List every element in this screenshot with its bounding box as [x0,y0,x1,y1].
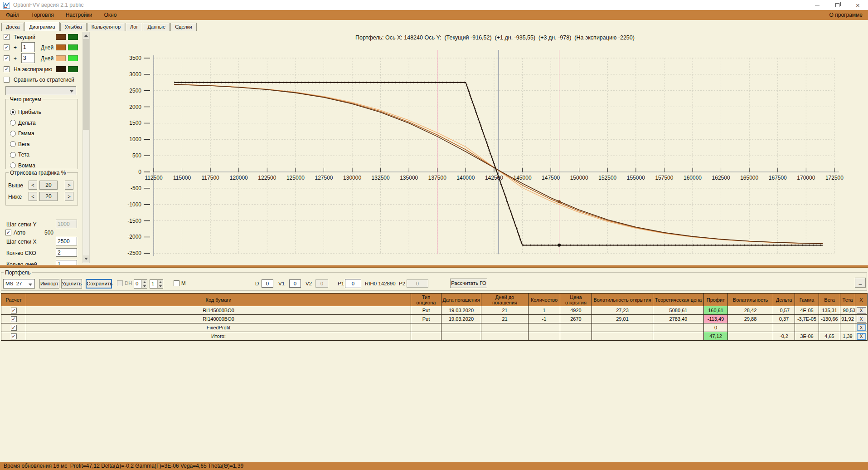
expiration-alt-swatch[interactable] [68,66,78,72]
tab-Сделки[interactable]: Сделки [170,23,197,31]
chevron-down-icon [70,90,73,93]
above-increment-button[interactable]: > [65,181,73,190]
plus3-checkbox[interactable] [4,55,10,61]
portfolio-panel: Портфель MS_27 Импорт Удалить Сохранить … [0,268,868,462]
row-delete-button[interactable]: X [857,324,866,331]
menu-item-2[interactable]: Настройки [60,10,98,20]
close-button[interactable]: × [848,0,868,10]
radio-dot-icon [10,109,16,115]
row-delete-button[interactable]: X [857,316,866,323]
current-alt-swatch[interactable] [68,34,78,40]
radio-Гамма[interactable]: Гамма [10,130,34,137]
grid-x-input[interactable] [56,237,77,245]
plus3-alt-swatch[interactable] [68,55,78,61]
expiration-checkbox[interactable] [4,66,10,72]
cell-Теоретическая цена [653,332,704,341]
radio-Дельта[interactable]: Дельта [10,120,36,126]
spin-up-icon[interactable] [158,280,163,284]
current-checkbox[interactable] [4,34,10,40]
minimize-button[interactable] [807,0,827,10]
d-field[interactable] [262,279,273,288]
scroll-up-button[interactable] [83,32,89,39]
plus1-price-swatch[interactable] [56,44,66,50]
portfolio-select[interactable]: MS_27 [3,279,35,289]
plus1-checkbox[interactable] [4,44,10,50]
sidebar-scrollbar-thumb[interactable] [83,39,89,130]
expiration-price-swatch[interactable] [56,66,66,72]
cell-Дней до погашения: 21 [481,306,529,315]
column-header-1: Код бумаги [26,294,411,306]
spin-down-icon[interactable] [158,284,163,288]
grid-y-label: Шаг сетки Y [6,221,36,228]
delete-button[interactable]: Удалить [61,279,82,289]
cell-Тета: -90,53 [840,306,855,315]
calc-go-button[interactable]: Рассчитать ГО [450,279,487,288]
save-button[interactable]: Сохранить [86,279,112,289]
below-decrement-button[interactable]: < [29,192,37,201]
chart-svg[interactable]: -2500-2000-1500-1000-5000500100015002000… [91,31,868,265]
days-count-input[interactable] [56,260,77,265]
plus3-days-input[interactable] [21,53,35,63]
svg-text:142500: 142500 [485,175,503,181]
menu-item-0[interactable]: Файл [0,10,25,20]
cell-Вега: 4,65 [819,332,840,341]
radio-Вега[interactable]: Вега [10,141,29,147]
row-delete-button[interactable]: X [857,333,866,340]
cell-Дельта: 0,37 [773,315,795,323]
row-calc-checkbox[interactable]: ✓ [11,333,17,339]
cell-Тета: 1,39 [840,332,855,341]
tab-Доска[interactable]: Доска [1,23,24,31]
row-delete-button[interactable]: X [857,307,866,314]
radio-Тета[interactable]: Тета [10,152,29,158]
cell-Количество: 1 [529,306,560,315]
tab-Лог[interactable]: Лог [126,23,142,31]
cell-Дата погашения: 19.03.2020 [441,315,481,323]
tab-Данные[interactable]: Данные [143,23,170,31]
radio-Вомма[interactable]: Вомма [10,162,35,169]
tab-Улыбка[interactable]: Улыбка [60,23,87,31]
menu-item-about[interactable]: О программе [824,12,868,18]
below-increment-button[interactable]: > [65,192,73,201]
strategy-dropdown[interactable] [5,86,76,95]
radio-Прибыль[interactable]: Прибыль [10,109,41,115]
current-price-swatch[interactable] [56,34,66,40]
sko-input[interactable] [56,248,77,257]
cell-Гамма: 3E-06 [795,332,819,341]
m-checkbox[interactable] [174,280,179,286]
svg-text:-2500: -2500 [127,250,141,256]
cell-Количество: -1 [529,315,560,323]
scroll-down-button[interactable] [83,255,89,262]
table-row: ✓RI140000BO0Put19.03.202021-1267029,0127… [1,315,868,323]
row-calc-checkbox[interactable]: ✓ [11,325,17,331]
maximize-button[interactable] [827,0,848,10]
tab-Калькулятор[interactable]: Калькулятор [87,23,125,31]
collapse-panel-button[interactable]: _ [855,278,866,288]
menu-item-1[interactable]: Торговля [25,10,60,20]
v1-field[interactable] [289,279,301,288]
cell-Количество [529,323,560,332]
minimize-icon [815,5,820,5]
below-label: Ниже [8,194,22,200]
svg-text:127500: 127500 [315,175,333,181]
plus1-alt-swatch[interactable] [68,44,78,50]
p1-field[interactable] [345,279,361,288]
auto-grid-checkbox[interactable] [5,230,11,235]
compare-strategy-checkbox[interactable] [4,77,10,83]
import-button[interactable]: Импорт [39,279,59,289]
row-calc-checkbox[interactable]: ✓ [11,316,17,322]
spin-up-icon[interactable] [142,280,147,284]
svg-text:150000: 150000 [570,175,588,181]
dh-spinner-2[interactable]: 1 [150,279,163,289]
p1-label: P1 [338,281,344,286]
plus1-days-input[interactable] [21,42,35,52]
dh-spinner-1[interactable]: 0 [134,279,147,289]
spin-down-icon[interactable] [142,284,147,288]
cell-Вега: 135,31 [819,306,840,315]
plus3-price-swatch[interactable] [56,55,66,61]
instrument-price-label: RIH0 142890 [365,281,396,286]
above-decrement-button[interactable]: < [29,181,37,190]
menu-item-3[interactable]: Окно [98,10,123,20]
row-calc-checkbox[interactable]: ✓ [11,308,17,313]
tab-Диаграмма[interactable]: Диаграмма [24,22,59,31]
column-header-9: Профит [704,294,728,306]
